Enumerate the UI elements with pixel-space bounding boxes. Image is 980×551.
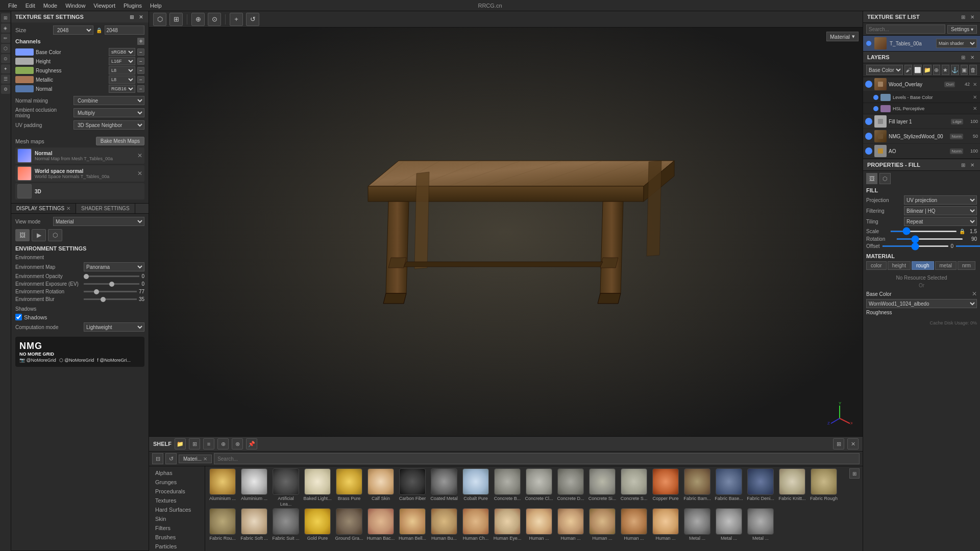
- mat-cobalt-pure[interactable]: Cobalt Pure: [460, 468, 491, 507]
- menu-mode[interactable]: Mode: [39, 3, 62, 9]
- world-normal-map-close-icon[interactable]: ✕: [137, 170, 142, 177]
- mat-fabric-deni[interactable]: Fabric Deni...: [745, 468, 776, 507]
- mat-metal-1[interactable]: Metal ...: [682, 508, 713, 541]
- mat-metal-3[interactable]: Metal ...: [745, 508, 776, 541]
- layers-add-fill-button[interactable]: ⬜: [914, 65, 922, 75]
- normal-mixing-select[interactable]: Combine: [74, 96, 144, 105]
- levels-vis-icon[interactable]: [873, 95, 878, 100]
- size-select[interactable]: 2048: [53, 26, 93, 35]
- left-icon-1[interactable]: ⊞: [1, 13, 10, 22]
- env-exposure-slider[interactable]: [84, 283, 139, 285]
- shelf-cat-hard-surfaces[interactable]: Hard Surfaces: [149, 505, 205, 514]
- display-settings-tab-close-icon[interactable]: ✕: [66, 206, 70, 211]
- shelf-expand-button[interactable]: ⊞: [833, 438, 844, 449]
- levels-close-icon[interactable]: ✕: [972, 94, 978, 101]
- shelf-close-button[interactable]: ✕: [847, 438, 859, 449]
- tsl-shader-select[interactable]: Main shader: [936, 39, 977, 48]
- layer-vis-icon[interactable]: [865, 81, 872, 88]
- display-icon-image[interactable]: 🖼: [15, 229, 30, 241]
- vp-tool-3d-view[interactable]: ⬡: [153, 13, 166, 26]
- mat-calf-skin[interactable]: Calf Skin: [365, 468, 396, 507]
- mat-human-7[interactable]: Human ...: [650, 508, 681, 541]
- shelf-tool-pin[interactable]: 📌: [246, 438, 257, 449]
- projection-select[interactable]: UV projection: [904, 195, 977, 205]
- base-color-select[interactable]: WornWood1_1024_albedo: [866, 299, 977, 308]
- mat-human-ch[interactable]: Human Ch...: [460, 508, 491, 541]
- mat-concrete-b[interactable]: Concrete B...: [492, 468, 523, 507]
- mat-human-bac[interactable]: Human Bac...: [365, 508, 396, 541]
- mat-copper-pure[interactable]: Copper Pure: [650, 468, 681, 507]
- env-map-select[interactable]: Panorama: [84, 262, 144, 271]
- remove-normal-button[interactable]: −: [137, 85, 144, 92]
- shelf-active-tab[interactable]: Materi... ✕: [179, 455, 212, 463]
- mat-fabric-rou2[interactable]: Fabric Rou...: [207, 508, 238, 541]
- vp-tool-refresh[interactable]: ↺: [246, 13, 259, 26]
- mat-fabric-rough[interactable]: Fabric Rough: [808, 468, 839, 507]
- vp-tool-grid[interactable]: ⊞: [169, 13, 183, 26]
- layers-effects-button[interactable]: ★: [942, 65, 949, 75]
- left-icon-4[interactable]: ⬡: [1, 44, 10, 53]
- shadows-checkbox[interactable]: [15, 314, 22, 320]
- tsl-close-icon[interactable]: ✕: [969, 13, 976, 20]
- rotation-slider[interactable]: [896, 238, 963, 240]
- hsl-vis-icon[interactable]: [873, 106, 878, 111]
- shelf-tool-import[interactable]: ⊕: [217, 438, 229, 449]
- view-mode-select[interactable]: Material: [53, 217, 144, 226]
- menu-file[interactable]: File: [4, 3, 21, 9]
- mat-concrete-cl[interactable]: Concrete Cl...: [524, 468, 554, 507]
- shelf-tool-grid[interactable]: ⊞: [189, 438, 200, 449]
- mat-fabric-knitt[interactable]: Fabric Knitt...: [777, 468, 807, 507]
- shelf-tool-list[interactable]: ≡: [203, 438, 214, 449]
- mat-tab-height[interactable]: height: [888, 261, 911, 270]
- tsl-item-t-tables[interactable]: T_Tables_00a Main shader: [863, 36, 980, 51]
- scale-slider[interactable]: [890, 231, 957, 232]
- menu-viewport[interactable]: Viewport: [89, 3, 119, 9]
- shelf-cat-filters[interactable]: Filters: [149, 523, 205, 533]
- nmg-vis-icon[interactable]: [865, 133, 872, 140]
- layer-wood-overlay-close-icon[interactable]: ✕: [972, 81, 978, 87]
- layers-expand-icon[interactable]: ⊞: [960, 54, 967, 61]
- layers-add-folder-button[interactable]: 📁: [923, 65, 932, 75]
- props-icon-image[interactable]: 🖼: [866, 173, 877, 184]
- vp-tool-move[interactable]: ⊕: [191, 13, 205, 26]
- 3d-viewport[interactable]: Material ▾ Y X Z: [149, 28, 863, 436]
- layers-mask-button[interactable]: ▣: [961, 65, 968, 75]
- shelf-tool-export[interactable]: ⊗: [232, 438, 243, 449]
- shelf-cat-brushes[interactable]: Brushes: [149, 533, 205, 542]
- mat-human-bu[interactable]: Human Bu...: [429, 508, 459, 541]
- mat-human-3[interactable]: Human ...: [524, 508, 554, 541]
- layer-wood-overlay[interactable]: Wood_Overlay Ovrl 42 ✕: [863, 77, 980, 92]
- mat-fabric-base[interactable]: Fabric Base...: [714, 468, 744, 507]
- material-dropdown[interactable]: Material ▾: [826, 32, 859, 41]
- tsl-expand-icon[interactable]: ⊞: [960, 13, 967, 20]
- metallic-format-select[interactable]: L8: [109, 76, 135, 84]
- tsl-search-input[interactable]: [866, 24, 945, 34]
- left-icon-5[interactable]: ⊙: [1, 54, 10, 63]
- texture-set-close-icon[interactable]: ✕: [137, 13, 144, 20]
- filtering-select[interactable]: Bilinear | HQ: [904, 206, 977, 215]
- props-expand-icon[interactable]: ⊞: [960, 161, 967, 168]
- ao-vis-icon[interactable]: [865, 147, 872, 155]
- mat-concrete-si[interactable]: Concrete Si...: [587, 468, 618, 507]
- layer-hsl-perceptive[interactable]: HSL Perceptive ✕: [863, 103, 980, 114]
- mat-baked-light[interactable]: Baked Light...: [302, 468, 333, 507]
- layers-close-icon[interactable]: ✕: [969, 54, 976, 61]
- mat-gold-pure[interactable]: Gold Pure: [302, 508, 333, 541]
- shelf-cat-alphas[interactable]: Alphas: [149, 468, 205, 478]
- layers-anchor-button[interactable]: ⚓: [951, 65, 959, 75]
- mat-tab-metal[interactable]: metal: [935, 261, 957, 270]
- height-format-select[interactable]: L16F: [109, 57, 135, 65]
- normal-map-close-icon[interactable]: ✕: [137, 152, 142, 159]
- size-input-2[interactable]: [105, 26, 145, 35]
- left-icon-2[interactable]: ◈: [1, 23, 10, 33]
- shelf-tab-close-icon[interactable]: ✕: [203, 456, 207, 462]
- mat-fabric-bam[interactable]: Fabric Bam...: [682, 468, 713, 507]
- tab-display-settings[interactable]: DISPLAY SETTINGS ✕: [11, 204, 76, 213]
- tsl-settings-button[interactable]: Settings ▾: [947, 25, 977, 34]
- env-rotation-slider[interactable]: [84, 291, 137, 292]
- mat-concrete-d[interactable]: Concrete D...: [555, 468, 586, 507]
- shelf-cat-skin[interactable]: Skin: [149, 514, 205, 523]
- bake-mesh-maps-button[interactable]: Bake Mesh Maps: [96, 137, 144, 145]
- props-icon-sphere[interactable]: ⬡: [879, 173, 891, 184]
- left-icon-3[interactable]: ✏: [1, 34, 10, 43]
